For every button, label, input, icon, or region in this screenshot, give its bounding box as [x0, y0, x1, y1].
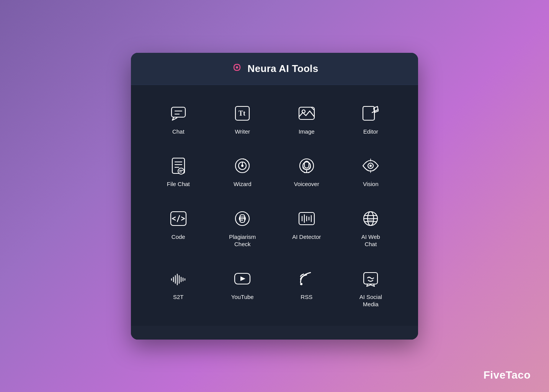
- panel-body: Chat Tt Writer Image Editor File Chat Wi…: [131, 85, 418, 326]
- rss-label: RSS: [301, 293, 312, 301]
- tool-item-vision[interactable]: Vision: [339, 150, 403, 192]
- ai-social-icon: [360, 268, 381, 289]
- svg-text:www: www: [368, 219, 373, 222]
- panel-footer: [131, 326, 418, 340]
- youtube-label: YouTube: [231, 293, 254, 301]
- ai-social-label: AI Social Media: [359, 293, 382, 308]
- rss-icon: [296, 268, 317, 289]
- logo-icon: [231, 61, 243, 76]
- svg-point-14: [178, 168, 184, 174]
- tool-item-code[interactable]: Code: [146, 203, 211, 252]
- tool-item-plagiarism[interactable]: Plagiarism Check: [211, 203, 275, 252]
- image-label: Image: [299, 128, 315, 136]
- s2t-label: S2T: [173, 293, 184, 301]
- vision-label: Vision: [363, 180, 379, 188]
- tool-item-youtube[interactable]: YouTube: [211, 263, 275, 312]
- tool-item-ai-web-chat[interactable]: www AI Web Chat: [339, 203, 403, 252]
- svg-point-20: [242, 165, 243, 167]
- file-chat-label: File Chat: [167, 180, 190, 188]
- tool-item-writer[interactable]: Tt Writer: [211, 97, 275, 139]
- tools-grid: Chat Tt Writer Image Editor File Chat Wi…: [146, 97, 403, 312]
- tool-item-s2t[interactable]: S2T: [146, 263, 211, 312]
- wizard-label: Wizard: [234, 180, 252, 188]
- writer-label: Writer: [235, 128, 250, 136]
- fivetaco-watermark: FiveTaco: [484, 369, 531, 381]
- ai-web-chat-icon: www: [360, 208, 381, 229]
- svg-point-0: [236, 66, 238, 69]
- voiceover-label: Voiceover: [294, 180, 319, 188]
- svg-text:Tt: Tt: [239, 109, 245, 117]
- wizard-icon: [232, 155, 253, 176]
- svg-marker-59: [240, 276, 245, 281]
- tool-item-ai-detector[interactable]: AI Detector: [274, 203, 339, 252]
- svg-rect-8: [363, 106, 374, 120]
- main-panel: Neura AI Tools Chat Tt Writer Image Edit…: [131, 53, 418, 340]
- svg-line-31: [177, 216, 180, 222]
- chat-icon: [168, 103, 189, 124]
- file-chat-icon: [168, 155, 189, 176]
- svg-point-60: [300, 283, 302, 285]
- tool-item-file-chat[interactable]: File Chat: [146, 150, 211, 192]
- writer-icon: Tt: [232, 103, 253, 124]
- plagiarism-label: Plagiarism Check: [229, 233, 256, 248]
- editor-icon: [360, 103, 381, 124]
- tool-item-chat[interactable]: Chat: [146, 97, 211, 139]
- panel-header: Neura AI Tools: [131, 53, 418, 85]
- svg-rect-1: [172, 107, 185, 117]
- tool-item-voiceover[interactable]: Voiceover: [274, 150, 339, 192]
- svg-point-27: [369, 165, 372, 167]
- ai-detector-label: AI Detector: [292, 233, 321, 241]
- s2t-icon: [168, 268, 189, 289]
- tool-item-rss[interactable]: RSS: [274, 263, 339, 312]
- voiceover-icon: [296, 155, 317, 176]
- editor-label: Editor: [363, 128, 378, 136]
- panel-title: Neura AI Tools: [248, 63, 319, 75]
- tool-item-editor[interactable]: Editor: [339, 97, 403, 139]
- plagiarism-icon: [232, 208, 253, 229]
- code-icon: [168, 208, 189, 229]
- tool-item-image[interactable]: Image: [274, 97, 339, 139]
- ai-detector-icon: [296, 208, 317, 229]
- youtube-icon: [232, 268, 253, 289]
- tool-item-wizard[interactable]: Wizard: [211, 150, 275, 192]
- ai-web-chat-label: AI Web Chat: [361, 233, 380, 248]
- tool-item-ai-social[interactable]: AI Social Media: [339, 263, 403, 312]
- code-label: Code: [172, 233, 185, 241]
- image-icon: [296, 103, 317, 124]
- chat-label: Chat: [172, 128, 185, 136]
- vision-icon: [360, 155, 381, 176]
